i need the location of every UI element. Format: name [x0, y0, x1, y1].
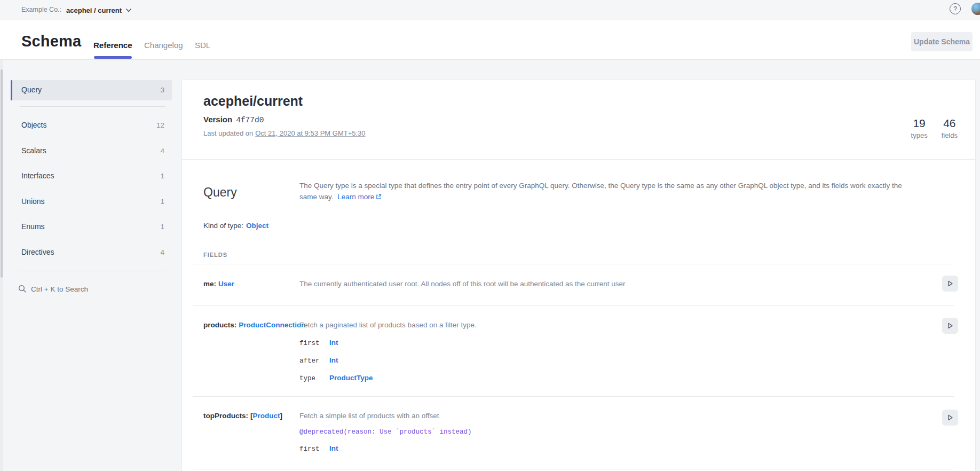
version-label: Version: [203, 115, 232, 124]
play-icon: [946, 280, 954, 287]
sidebar-item-enums[interactable]: Enums 1: [11, 218, 172, 236]
org-label: Example Co.:: [21, 6, 61, 13]
fields-section-label: FIELDS: [203, 252, 227, 258]
type-bracket-close: ]: [280, 412, 283, 420]
field-name-text: me:: [203, 280, 216, 288]
play-icon: [946, 414, 954, 421]
argument-type-link[interactable]: Int: [329, 444, 338, 452]
learn-more-link[interactable]: Learn more: [337, 193, 374, 201]
help-icon[interactable]: ?: [950, 3, 961, 14]
chevron-down-icon: [126, 9, 131, 12]
stat-label: fields: [942, 131, 958, 139]
field-description: Fetch a paginated list of products based…: [299, 321, 903, 329]
page-header: Schema Reference Changelog SDL Update Sc…: [0, 21, 980, 60]
schema-search[interactable]: Ctrl + K to Search: [11, 282, 172, 297]
field-argument: firstInt: [299, 443, 338, 453]
version-hash: 4f77d0: [236, 116, 264, 124]
fields-divider: [193, 264, 954, 264]
field-argument: firstInt: [299, 337, 338, 347]
sidebar-item-count: 3: [160, 86, 164, 94]
sidebar-item-count: 1: [160, 198, 164, 206]
last-updated-date: Oct 21, 2020 at 9:53 PM GMT+5:30: [255, 129, 365, 137]
type-description-text: The Query type is a special type that de…: [299, 182, 902, 201]
sidebar-item-directives[interactable]: Directives 4: [11, 244, 172, 262]
argument-type-link[interactable]: Int: [329, 356, 338, 364]
avatar[interactable]: [971, 3, 980, 15]
search-hint: Ctrl + K to Search: [31, 285, 88, 293]
argument-name: type: [299, 375, 329, 382]
left-scrollbar-thumb[interactable]: [1, 69, 3, 278]
sidebar-item-count: 12: [156, 121, 164, 129]
stat-value: 46: [943, 117, 955, 130]
field-row-divider: [193, 469, 954, 469]
sidebar-divider: [20, 271, 165, 271]
sidebar-item-count: 4: [160, 147, 164, 155]
sidebar-item-label: Interfaces: [21, 171, 54, 180]
external-link-icon: [376, 192, 382, 203]
type-name-heading: Query: [203, 185, 237, 200]
stat-fields: 46 fields: [942, 117, 958, 139]
field-argument: afterInt: [299, 355, 338, 365]
sidebar-item-count: 1: [160, 172, 164, 180]
card-divider: [182, 159, 975, 160]
sidebar-divider: [20, 106, 165, 107]
field-name-me: me:User: [203, 280, 234, 288]
stat-value: 19: [913, 117, 925, 130]
graph-selector[interactable]: acephei / current: [66, 3, 131, 17]
field-name-text: topProducts:: [203, 412, 248, 420]
field-row-divider: [193, 396, 954, 397]
sidebar-item-label: Directives: [21, 248, 54, 256]
sidebar-item-query[interactable]: Query 3: [11, 80, 172, 100]
page-title: Schema: [21, 33, 81, 50]
sidebar-item-interfaces[interactable]: Interfaces 1: [11, 167, 172, 185]
graph-title: acephei/current: [203, 93, 303, 109]
last-updated: Last updated onOct 21, 2020 at 9:53 PM G…: [203, 129, 366, 137]
top-bar: Example Co.: acephei / current ?: [0, 0, 980, 20]
run-query-button[interactable]: [942, 410, 958, 426]
tab-reference[interactable]: Reference: [93, 41, 132, 50]
active-tab-underline: [94, 56, 132, 59]
field-name-topproducts: topProducts:[Product]: [203, 412, 282, 420]
sidebar-item-count: 1: [160, 223, 164, 231]
field-type-link[interactable]: User: [218, 280, 234, 288]
sidebar-item-label: Enums: [21, 222, 45, 231]
sidebar-item-scalars[interactable]: Scalars 4: [11, 142, 172, 160]
sidebar-item-label: Scalars: [21, 146, 46, 155]
argument-type-link[interactable]: ProductType: [329, 374, 373, 382]
run-query-button[interactable]: [942, 318, 958, 334]
field-row-divider: [193, 305, 954, 306]
kind-value-link[interactable]: Object: [246, 222, 268, 230]
stat-types: 19 types: [911, 117, 928, 139]
argument-name: first: [299, 445, 329, 453]
stat-label: types: [911, 131, 928, 139]
version-line: Version4f77d0: [203, 115, 264, 124]
field-type-link[interactable]: ProductConnection: [239, 321, 305, 329]
run-query-button[interactable]: [942, 276, 958, 292]
tab-sdl[interactable]: SDL: [195, 41, 210, 50]
field-type-link[interactable]: Product: [253, 412, 280, 420]
argument-name: after: [299, 357, 329, 365]
sidebar-item-label: Unions: [21, 197, 45, 206]
left-scrollbar-track[interactable]: [0, 60, 3, 471]
kind-of-type-line: Kind of type:Object: [203, 222, 268, 230]
sidebar-item-label: Objects: [21, 121, 46, 129]
graph-selector-label: acephei / current: [66, 6, 122, 14]
last-updated-prefix: Last updated on: [203, 129, 253, 137]
field-name-text: products:: [203, 321, 236, 329]
tab-changelog[interactable]: Changelog: [144, 41, 183, 50]
field-name-products: products:ProductConnection: [203, 321, 306, 329]
sidebar-item-unions[interactable]: Unions 1: [11, 193, 172, 211]
play-icon: [946, 322, 954, 329]
sidebar-item-label: Query: [21, 85, 42, 94]
sidebar-item-count: 4: [160, 248, 164, 256]
kind-label: Kind of type:: [203, 222, 243, 230]
sidebar-item-objects[interactable]: Objects 12: [11, 116, 172, 135]
field-argument: typeProductType: [299, 373, 373, 382]
deprecated-directive: @deprecated(reason: Use `products` inste…: [299, 428, 472, 436]
argument-type-link[interactable]: Int: [329, 339, 338, 347]
update-schema-button[interactable]: Update Schema: [911, 32, 973, 51]
sidebar-active-accent: [11, 80, 12, 100]
search-icon: [18, 285, 27, 293]
argument-name: first: [299, 340, 329, 347]
schema-reference-card: acephei/current Version4f77d0 Last updat…: [181, 79, 976, 471]
